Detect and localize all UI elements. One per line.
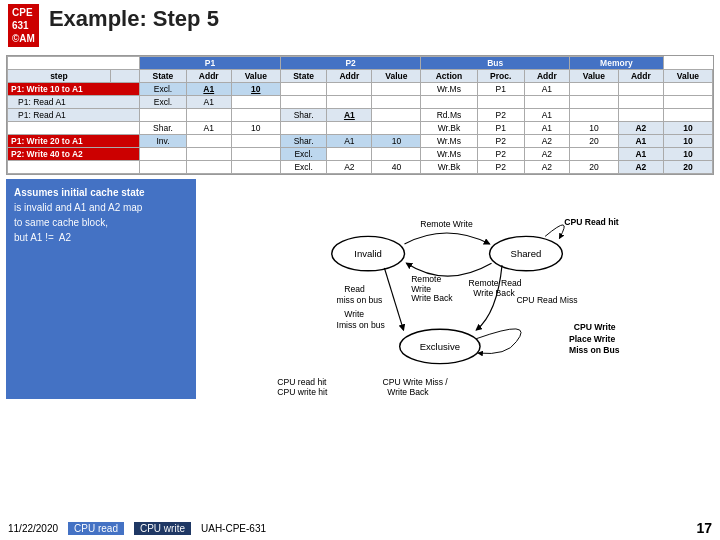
imiss-on-bus-label: Imiss on bus [337, 320, 385, 330]
write-label: Write [344, 309, 364, 319]
cpu-write-miss-bottom-label: CPU Write Miss / [382, 377, 448, 387]
footer-date: 11/22/2020 [8, 523, 58, 534]
assumptions-box: Assumes initial cache state is invalid a… [6, 179, 196, 399]
cpu-read-miss-label: CPU Read Miss [516, 295, 577, 305]
table-row: P1: Write 10 to A1 Excl. A1 10 Wr.Ms P1 … [8, 83, 713, 96]
cpu-read-hit-bottom-label: CPU read hit [277, 377, 327, 387]
page-header: CPE 631 ©AM Example: Step 5 [0, 0, 720, 51]
place-write-miss-label: Place Write [569, 334, 615, 344]
write-back-right-label: Write Back [473, 288, 515, 298]
col-header-p1: P1 [140, 57, 281, 70]
sub-header-step: step [8, 70, 111, 83]
assumes-title: Assumes initial cache state [14, 185, 188, 200]
bottom-section: Assumes initial cache state is invalid a… [6, 179, 714, 399]
page-title: Example: Step 5 [49, 6, 219, 32]
assumes-line1: is invalid and A1 and A2 map [14, 200, 188, 215]
cpu-read-hit-label: CPU Read hit [564, 217, 619, 227]
assumes-line3: but A1 != A2 [14, 230, 188, 245]
data-table: P1 P2 Bus Memory step State Addr Value S… [6, 55, 714, 175]
write-back-left-label: Write Back [411, 293, 453, 303]
remote-write-top-label: Remote Write [420, 219, 473, 229]
cpu-write-hit-bottom-label: CPU write hit [277, 387, 328, 397]
table-row: P1: Write 20 to A1 Inv. Shar. A1 10 Wr.M… [8, 135, 713, 148]
table-row: P2: Write 40 to A2 Excl. Wr.Ms P2 A2 A1 … [8, 148, 713, 161]
col-header-p2: P2 [280, 57, 421, 70]
miss-on-bus-right-label: Miss on Bus [569, 345, 620, 355]
miss-on-bus-label: miss on bus [337, 295, 383, 305]
remote-write-left-label: Remote [411, 274, 441, 284]
cpu-write-badge: CPU write [134, 522, 191, 535]
logo-badge: CPE 631 ©AM [8, 4, 39, 47]
col-header-memory: Memory [569, 57, 663, 70]
table-row: P1: Read A1 Shar. A1 Rd.Ms P2 A1 [8, 109, 713, 122]
assumes-line2: to same cache block, [14, 215, 188, 230]
table-row: Excl. A2 40 Wr.Bk P2 A2 20 A2 20 [8, 161, 713, 174]
invalid-node-label: Invalid [354, 248, 382, 259]
page-footer: 11/22/2020 CPU read CPU write UAH-CPE-63… [0, 520, 720, 536]
footer-course: UAH-CPE-631 [201, 523, 266, 534]
exclusive-node-label: Exclusive [420, 341, 460, 352]
table-row: Shar. A1 10 Wr.Bk P1 A1 10 A2 10 [8, 122, 713, 135]
remote-read-label: Remote Read [469, 278, 522, 288]
cpu-read-badge: CPU read [68, 522, 124, 535]
table-row: P1: Read A1 Excl. A1 [8, 96, 713, 109]
write-back-bottom-label: Write Back [387, 387, 429, 397]
remote-write-left-label2: Write [411, 284, 431, 294]
cpu-write-label: CPU Write [574, 322, 616, 332]
footer-left: 11/22/2020 CPU read CPU write UAH-CPE-63… [8, 522, 266, 535]
shared-node-label: Shared [511, 248, 542, 259]
footer-page: 17 [696, 520, 712, 536]
state-diagram: Invalid Shared Exclusive Remote Write CP… [204, 179, 714, 399]
col-header-bus: Bus [421, 57, 570, 70]
read-label: Read [344, 284, 365, 294]
